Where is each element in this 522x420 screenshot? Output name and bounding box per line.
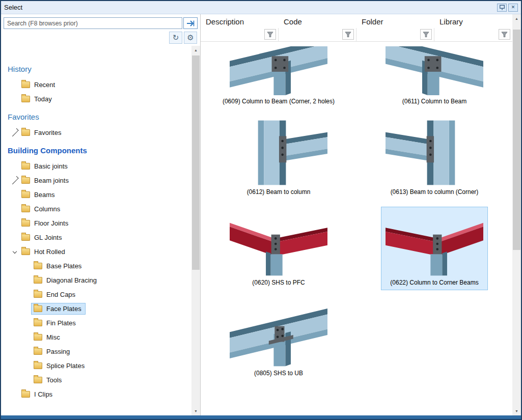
folder-icon [21, 191, 30, 198]
result-caption: (0622) Column to Corner Beams [390, 279, 478, 287]
joint-thumbnail-image [386, 210, 483, 276]
result-item-0620[interactable]: (0620) SHS to PFC [225, 207, 332, 290]
folder-icon [34, 305, 42, 312]
gear-icon: ⚙ [187, 33, 194, 42]
tree-item-fin-plates[interactable]: Fin Plates [1, 316, 191, 330]
tree-item-tools[interactable]: Tools [1, 373, 191, 387]
arrow-right-icon [186, 20, 195, 27]
scroll-down-icon[interactable]: ▼ [191, 407, 200, 415]
filter-library-button[interactable] [499, 29, 510, 40]
tree-item-face-plates[interactable]: Face Plates [1, 301, 191, 316]
tree-item-columns[interactable]: Columns [1, 202, 191, 216]
folder-icon [21, 129, 30, 136]
thumbnail [230, 301, 327, 367]
settings-button[interactable]: ⚙ [184, 32, 197, 44]
folder-icon [34, 263, 42, 269]
result-item-0609[interactable]: (0609) Column to Beam (Corner, 2 holes) [218, 43, 339, 109]
refresh-button[interactable]: ↻ [169, 32, 182, 44]
folder-icon [34, 377, 42, 383]
close-button[interactable]: ✕ [508, 4, 518, 12]
tree-area: History Recent Today Favorites [1, 46, 200, 415]
tree-item-favorites[interactable]: Favorites [1, 125, 191, 139]
column-description: Description [201, 14, 279, 41]
column-header-library[interactable]: Library [434, 14, 512, 28]
column-header-code[interactable]: Code [279, 14, 356, 28]
tree-item-floor-joints[interactable]: Floor Joints [1, 216, 191, 230]
tree-item-recent[interactable]: Recent [1, 77, 191, 92]
chevron-right-icon[interactable] [10, 128, 18, 136]
result-item-0612[interactable]: (0612) Beam to column [225, 116, 332, 200]
result-item-0622[interactable]: (0622) Column to Corner Beams [381, 207, 488, 290]
filter-funnel-icon [501, 32, 508, 38]
result-caption: (0805) SHS to UB [254, 370, 303, 377]
pin-icon [499, 5, 505, 11]
window-buttons: ✕ [497, 4, 518, 12]
search-input[interactable] [4, 17, 182, 29]
bottom-edge-bar [1, 415, 521, 419]
joint-thumbnail-image [230, 46, 327, 95]
joint-thumbnail-image [386, 120, 483, 186]
result-item-0613[interactable]: (0613) Beam to column (Corner) [381, 116, 488, 200]
scroll-up-icon[interactable]: ▲ [512, 14, 521, 23]
chevron-right-icon[interactable] [10, 176, 18, 184]
folder-icon [34, 334, 42, 341]
filter-folder-button[interactable] [420, 29, 432, 40]
titlebar: Select ✕ [1, 1, 521, 14]
result-item-0805[interactable]: (0805) SHS to UB [225, 297, 332, 381]
filter-description-button[interactable] [264, 29, 276, 40]
tree-item-gl-joints[interactable]: GL Joints [1, 230, 191, 244]
chevron-down-icon[interactable] [12, 249, 16, 254]
tree-toolbar: ↻ ⚙ [4, 32, 197, 44]
results-header: Description Code [201, 14, 512, 42]
tree-item-i-clips[interactable]: I Clips [1, 387, 191, 401]
tree-item-base-plates[interactable]: Base Plates [1, 259, 191, 273]
tree-item-misc[interactable]: Misc [1, 330, 191, 344]
tree-item-beam-joints[interactable]: Beam joints [1, 173, 191, 187]
thumbnail [386, 120, 483, 186]
tree-section-history[interactable]: History [1, 58, 191, 77]
tree-item-passing[interactable]: Passing [1, 344, 191, 358]
tree-item-basic-joints[interactable]: Basic joints [1, 159, 191, 173]
folder-icon [34, 348, 42, 355]
component-tree: History Recent Today Favorites [1, 46, 191, 415]
folder-icon [34, 291, 42, 298]
pin-button[interactable] [497, 4, 507, 12]
thumbnail [386, 46, 483, 95]
close-icon: ✕ [511, 5, 515, 10]
window-title: Select [4, 4, 22, 11]
results-scrollbar[interactable]: ▲ ▼ [512, 14, 521, 415]
thumbnail [386, 210, 483, 276]
tree-item-end-caps[interactable]: End Caps [1, 287, 191, 301]
scroll-down-icon[interactable]: ▼ [512, 407, 521, 415]
folder-icon [34, 362, 42, 369]
filter-funnel-icon [423, 32, 429, 38]
thumbnail [230, 120, 327, 186]
tree-item-splice-plates[interactable]: Splice Plates [1, 358, 191, 373]
filter-funnel-icon [267, 32, 273, 38]
results-scrollbar-thumb[interactable] [513, 30, 520, 250]
column-library: Library [434, 14, 512, 41]
empty-grid-slot [430, 297, 439, 381]
tree-item-today[interactable]: Today [1, 92, 191, 106]
result-item-0611[interactable]: (0611) Column to Beam [381, 43, 488, 109]
column-header-description[interactable]: Description [201, 14, 279, 28]
tree-item-hot-rolled[interactable]: Hot Rolled [1, 244, 191, 259]
tree-section-building-components[interactable]: Building Components [1, 139, 191, 159]
filter-code-button[interactable] [342, 29, 354, 40]
joint-thumbnail-image [230, 210, 327, 276]
joint-thumbnail-image [230, 301, 327, 367]
column-folder: Folder [356, 14, 434, 41]
folder-icon [21, 220, 30, 227]
scroll-up-icon[interactable]: ▲ [191, 46, 200, 54]
tree-section-favorites[interactable]: Favorites [1, 106, 191, 125]
result-caption: (0613) Beam to column (Corner) [391, 188, 479, 196]
tree-scrollbar[interactable]: ▲ ▼ [191, 46, 200, 415]
folder-icon [34, 277, 42, 284]
joint-thumbnail-image [230, 120, 327, 186]
search-go-button[interactable] [183, 17, 198, 29]
tree-item-diagonal-bracing[interactable]: Diagonal Bracing [1, 273, 191, 287]
tree-item-beams[interactable]: Beams [1, 187, 191, 202]
folder-icon [21, 206, 30, 212]
tree-scrollbar-thumb[interactable] [192, 55, 200, 270]
column-header-folder[interactable]: Folder [356, 14, 434, 28]
